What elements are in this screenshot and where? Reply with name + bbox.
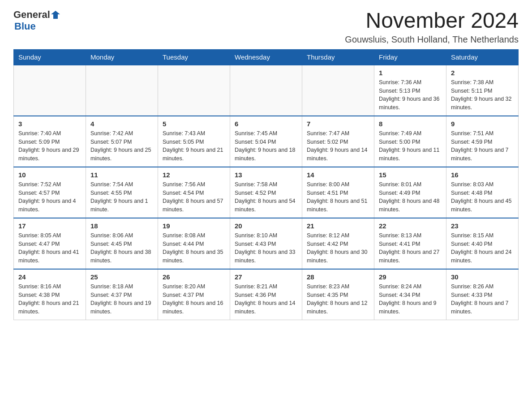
day-number: 30 (451, 273, 514, 281)
day-info: Sunrise: 7:58 AM Sunset: 4:52 PM Dayligh… (235, 180, 297, 214)
day-number: 7 (307, 120, 369, 128)
day-info: Sunrise: 7:54 AM Sunset: 4:55 PM Dayligh… (90, 180, 153, 214)
calendar-cell: 23Sunrise: 8:15 AM Sunset: 4:40 PM Dayli… (446, 218, 519, 269)
day-number: 12 (163, 171, 225, 179)
logo-general: General (13, 9, 50, 21)
day-number: 27 (235, 273, 297, 281)
week-row-4: 17Sunrise: 8:05 AM Sunset: 4:47 PM Dayli… (14, 218, 519, 269)
day-number: 2 (451, 69, 514, 77)
logo: General Blue (13, 9, 60, 32)
calendar-cell: 4Sunrise: 7:42 AM Sunset: 5:07 PM Daylig… (86, 116, 158, 167)
weekday-sunday: Sunday (14, 49, 86, 65)
day-number: 4 (90, 120, 153, 128)
calendar-cell: 13Sunrise: 7:58 AM Sunset: 4:52 PM Dayli… (230, 167, 302, 218)
calendar-cell: 29Sunrise: 8:24 AM Sunset: 4:34 PM Dayli… (374, 269, 446, 320)
day-info: Sunrise: 8:15 AM Sunset: 4:40 PM Dayligh… (451, 231, 514, 265)
weekday-tuesday: Tuesday (158, 49, 230, 65)
calendar-cell: 28Sunrise: 8:23 AM Sunset: 4:35 PM Dayli… (302, 269, 374, 320)
weekday-saturday: Saturday (446, 49, 519, 65)
day-number: 15 (379, 171, 442, 179)
day-info: Sunrise: 8:12 AM Sunset: 4:42 PM Dayligh… (307, 231, 369, 265)
calendar-cell: 25Sunrise: 8:18 AM Sunset: 4:37 PM Dayli… (86, 269, 158, 320)
calendar-cell: 15Sunrise: 8:01 AM Sunset: 4:49 PM Dayli… (374, 167, 446, 218)
week-row-3: 10Sunrise: 7:52 AM Sunset: 4:57 PM Dayli… (14, 167, 519, 218)
calendar-cell: 17Sunrise: 8:05 AM Sunset: 4:47 PM Dayli… (14, 218, 86, 269)
day-number: 24 (18, 273, 81, 281)
svg-marker-0 (51, 11, 60, 19)
calendar-cell (302, 65, 374, 116)
calendar-cell (14, 65, 86, 116)
day-info: Sunrise: 8:06 AM Sunset: 4:45 PM Dayligh… (90, 231, 153, 265)
logo-arrow-icon (50, 10, 60, 20)
calendar-cell: 30Sunrise: 8:26 AM Sunset: 4:33 PM Dayli… (446, 269, 519, 320)
day-number: 16 (451, 171, 514, 179)
week-row-1: 1Sunrise: 7:36 AM Sunset: 5:13 PM Daylig… (14, 65, 519, 116)
weekday-monday: Monday (86, 49, 158, 65)
week-row-2: 3Sunrise: 7:40 AM Sunset: 5:09 PM Daylig… (14, 116, 519, 167)
logo-blue: Blue (14, 21, 36, 32)
calendar-cell (158, 65, 230, 116)
day-info: Sunrise: 7:51 AM Sunset: 4:59 PM Dayligh… (451, 129, 514, 163)
weekday-friday: Friday (374, 49, 446, 65)
day-number: 22 (379, 222, 442, 230)
calendar-cell: 3Sunrise: 7:40 AM Sunset: 5:09 PM Daylig… (14, 116, 86, 167)
day-number: 26 (163, 273, 225, 281)
day-info: Sunrise: 7:49 AM Sunset: 5:00 PM Dayligh… (379, 129, 442, 163)
title-block: November 2024 Gouwsluis, South Holland, … (345, 9, 519, 45)
day-number: 25 (90, 273, 153, 281)
day-info: Sunrise: 8:08 AM Sunset: 4:44 PM Dayligh… (163, 231, 225, 265)
month-title: November 2024 (345, 9, 519, 33)
day-info: Sunrise: 8:16 AM Sunset: 4:38 PM Dayligh… (18, 283, 81, 316)
weekday-thursday: Thursday (302, 49, 374, 65)
calendar-cell: 27Sunrise: 8:21 AM Sunset: 4:36 PM Dayli… (230, 269, 302, 320)
calendar-cell: 6Sunrise: 7:45 AM Sunset: 5:04 PM Daylig… (230, 116, 302, 167)
day-info: Sunrise: 8:18 AM Sunset: 4:37 PM Dayligh… (90, 283, 153, 316)
day-number: 1 (379, 69, 442, 77)
calendar-cell: 7Sunrise: 7:47 AM Sunset: 5:02 PM Daylig… (302, 116, 374, 167)
day-info: Sunrise: 8:23 AM Sunset: 4:35 PM Dayligh… (307, 283, 369, 316)
day-number: 23 (451, 222, 514, 230)
day-info: Sunrise: 7:47 AM Sunset: 5:02 PM Dayligh… (307, 129, 369, 163)
day-number: 21 (307, 222, 369, 230)
day-number: 20 (235, 222, 297, 230)
calendar-cell (86, 65, 158, 116)
day-info: Sunrise: 7:40 AM Sunset: 5:09 PM Dayligh… (18, 129, 81, 163)
calendar-table: SundayMondayTuesdayWednesdayThursdayFrid… (13, 49, 519, 320)
calendar-cell: 5Sunrise: 7:43 AM Sunset: 5:05 PM Daylig… (158, 116, 230, 167)
day-info: Sunrise: 8:01 AM Sunset: 4:49 PM Dayligh… (379, 180, 442, 214)
calendar-cell: 1Sunrise: 7:36 AM Sunset: 5:13 PM Daylig… (374, 65, 446, 116)
day-info: Sunrise: 7:42 AM Sunset: 5:07 PM Dayligh… (90, 129, 153, 163)
page-header: General Blue November 2024 Gouwsluis, So… (13, 9, 519, 45)
calendar-cell: 19Sunrise: 8:08 AM Sunset: 4:44 PM Dayli… (158, 218, 230, 269)
day-info: Sunrise: 8:21 AM Sunset: 4:36 PM Dayligh… (235, 283, 297, 316)
day-number: 28 (307, 273, 369, 281)
day-number: 10 (18, 171, 81, 179)
day-info: Sunrise: 8:20 AM Sunset: 4:37 PM Dayligh… (163, 283, 225, 316)
day-number: 19 (163, 222, 225, 230)
day-number: 5 (163, 120, 225, 128)
day-number: 3 (18, 120, 81, 128)
calendar-cell: 24Sunrise: 8:16 AM Sunset: 4:38 PM Dayli… (14, 269, 86, 320)
day-info: Sunrise: 8:13 AM Sunset: 4:41 PM Dayligh… (379, 231, 442, 265)
day-number: 17 (18, 222, 81, 230)
day-number: 8 (379, 120, 442, 128)
calendar-cell: 12Sunrise: 7:56 AM Sunset: 4:54 PM Dayli… (158, 167, 230, 218)
day-info: Sunrise: 7:36 AM Sunset: 5:13 PM Dayligh… (379, 78, 442, 112)
day-info: Sunrise: 8:05 AM Sunset: 4:47 PM Dayligh… (18, 231, 81, 265)
calendar-cell: 10Sunrise: 7:52 AM Sunset: 4:57 PM Dayli… (14, 167, 86, 218)
calendar-cell: 26Sunrise: 8:20 AM Sunset: 4:37 PM Dayli… (158, 269, 230, 320)
week-row-5: 24Sunrise: 8:16 AM Sunset: 4:38 PM Dayli… (14, 269, 519, 320)
day-info: Sunrise: 7:56 AM Sunset: 4:54 PM Dayligh… (163, 180, 225, 214)
day-number: 9 (451, 120, 514, 128)
calendar-cell: 16Sunrise: 8:03 AM Sunset: 4:48 PM Dayli… (446, 167, 519, 218)
location: Gouwsluis, South Holland, The Netherland… (345, 34, 519, 45)
day-info: Sunrise: 8:26 AM Sunset: 4:33 PM Dayligh… (451, 283, 514, 316)
calendar-cell: 11Sunrise: 7:54 AM Sunset: 4:55 PM Dayli… (86, 167, 158, 218)
day-info: Sunrise: 7:43 AM Sunset: 5:05 PM Dayligh… (163, 129, 225, 163)
calendar-cell: 9Sunrise: 7:51 AM Sunset: 4:59 PM Daylig… (446, 116, 519, 167)
day-info: Sunrise: 8:24 AM Sunset: 4:34 PM Dayligh… (379, 283, 442, 316)
day-number: 14 (307, 171, 369, 179)
day-number: 13 (235, 171, 297, 179)
day-number: 18 (90, 222, 153, 230)
calendar-cell: 2Sunrise: 7:38 AM Sunset: 5:11 PM Daylig… (446, 65, 519, 116)
